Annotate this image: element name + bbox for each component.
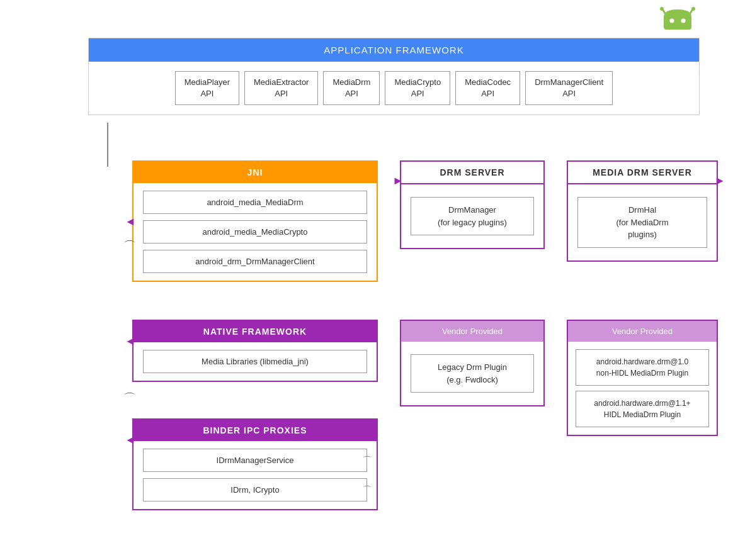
binder-ipc-header: BINDER IPC PROXIES — [134, 420, 377, 441]
media-drm-server-arrow: ► — [714, 174, 725, 188]
jni-header: JNI — [134, 162, 377, 183]
binder-ipc-section: ◄ BINDER IPC PROXIES IDrmManagerService … — [132, 418, 378, 510]
mediadrm-api: MediaDrmAPI — [323, 71, 380, 105]
drm-server-arrow: ► — [392, 174, 404, 188]
svg-point-4 — [670, 19, 674, 23]
connector-line-left — [107, 123, 108, 167]
vendor-media-drm-item-1: android.hardware.drm@1.0non-HIDL MediaDr… — [576, 349, 709, 386]
native-framework-header: NATIVE FRAMEWORK — [134, 321, 377, 342]
mediacodec-api: MediaCodecAPI — [455, 71, 520, 105]
media-drm-server-section: ► MEDIA DRM SERVER DrmHal(for MediaDrmpl… — [567, 160, 718, 262]
vendor-media-drm-section: Vendor Provided android.hardware.drm@1.0… — [567, 320, 718, 436]
jni-item-3: android_drm_DrmManagerClient — [143, 250, 367, 273]
vendor-drm-item-1: Legacy Drm Plugin(e.g. Fwdlock) — [411, 354, 534, 393]
curve-connector-native: ⌒ — [123, 390, 136, 407]
native-fw-arrow: ◄ — [125, 335, 136, 348]
jni-item-1: android_media_MediaDrm — [143, 191, 367, 214]
drm-server-item-1: DrmManager(for legacy plugins) — [411, 197, 534, 235]
connector-mark-2: ⌒ — [363, 484, 372, 496]
app-framework-section: APPLICATION FRAMEWORK MediaPlayerAPI Med… — [88, 38, 700, 115]
curve-connector-jni: ⌒ — [123, 238, 136, 255]
jni-arrow: ◄ — [125, 215, 136, 228]
binder-arrow: ◄ — [125, 434, 136, 447]
connector-mark-1: ⌒ — [363, 455, 372, 466]
vendor-media-drm-item-2: android.hardware.drm@1.1+HIDL MediaDrm P… — [576, 391, 709, 427]
native-fw-item-1: Media Libraries (libmedia_jni) — [143, 350, 367, 373]
app-framework-header: APPLICATION FRAMEWORK — [89, 38, 699, 62]
mediaplayer-api: MediaPlayerAPI — [175, 71, 239, 105]
media-drm-server-item-1: DrmHal(for MediaDrmplugins) — [577, 197, 707, 248]
vendor-drm-header: Vendor Provided — [401, 321, 543, 342]
jni-item-2: android_media_MediaCrypto — [143, 220, 367, 244]
drmmanagerclient-api: DrmManagerClientAPI — [525, 71, 613, 105]
media-drm-server-header: MEDIA DRM SERVER — [568, 162, 717, 184]
svg-point-5 — [681, 19, 686, 23]
svg-point-3 — [691, 7, 695, 11]
binder-ipc-item-2: IDrm, ICrypto ⌒ — [143, 478, 367, 501]
binder-ipc-item-1: IDrmManagerService ⌒ — [143, 449, 367, 472]
vendor-drm-section: Vendor Provided Legacy Drm Plugin(e.g. F… — [400, 320, 545, 406]
vendor-media-drm-header: Vendor Provided — [568, 321, 717, 342]
drm-server-section: ► DRM SERVER DrmManager(for legacy plugi… — [400, 160, 545, 249]
diagram-container: APPLICATION FRAMEWORK MediaPlayerAPI Med… — [0, 0, 750, 560]
drm-server-header: DRM SERVER — [401, 162, 543, 184]
mediacrypto-api: MediaCryptoAPI — [385, 71, 450, 105]
svg-point-1 — [660, 7, 664, 11]
mediaextractor-api: MediaExtractorAPI — [244, 71, 318, 105]
native-framework-section: ◄ NATIVE FRAMEWORK Media Libraries (libm… — [132, 320, 378, 382]
jni-section: ◄ JNI android_media_MediaDrm android_med… — [132, 160, 378, 282]
